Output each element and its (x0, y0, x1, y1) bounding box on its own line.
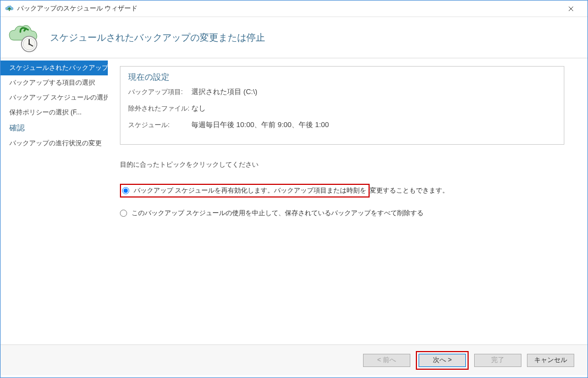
settings-label-items: バックアップ項目: (128, 87, 191, 97)
option-reenable-row: バックアップ スケジュールを再有効化します。バックアップ項目または時刻を 変更す… (120, 184, 575, 198)
highlight-next: 次へ > (416, 351, 469, 370)
content-area: スケジュールされたバックアップを... バックアップする項目の選択 バックアップ… (1, 58, 587, 344)
instruction-text: 目的に合ったトピックをクリックしてください (120, 160, 575, 169)
sidebar-step-select-schedule[interactable]: バックアップ スケジュールの選択 ... (1, 90, 108, 105)
sidebar-step-modify[interactable]: スケジュールされたバックアップを... (1, 61, 108, 75)
settings-title: 現在の設定 (128, 72, 556, 83)
settings-value-items: 選択された項目 (C:\) (191, 87, 257, 97)
wizard-steps-sidebar: スケジュールされたバックアップを... バックアップする項目の選択 バックアップ… (1, 58, 108, 344)
settings-value-excluded: なし (191, 103, 206, 113)
app-icon (5, 4, 14, 13)
sidebar-step-confirm[interactable]: 確認 (1, 120, 108, 136)
option-reenable-label-part1: バックアップ スケジュールを再有効化します。バックアップ項目または時刻を (134, 186, 366, 195)
settings-row-schedule: スケジュール: 毎週毎日午後 10:00、午前 9:00、午後 1:00 (128, 120, 556, 130)
settings-label-schedule: スケジュール: (128, 120, 191, 130)
settings-row-items: バックアップ項目: 選択された項目 (C:\) (128, 87, 556, 97)
settings-value-schedule: 毎週毎日午後 10:00、午前 9:00、午後 1:00 (191, 120, 329, 130)
option-stop-label: このバックアップ スケジュールの使用を中止して、保存されているバックアップをすべ… (131, 209, 424, 218)
prev-button[interactable]: < 前へ (363, 354, 410, 367)
titlebar: バックアップのスケジュール ウィザード (1, 1, 587, 17)
main-panel: 現在の設定 バックアップ項目: 選択された項目 (C:\) 除外されたファイル:… (108, 58, 587, 344)
sidebar-step-select-items[interactable]: バックアップする項目の選択 (1, 75, 108, 90)
option-reenable-label-part2: 変更することもできます。 (370, 186, 449, 195)
header-icon (7, 21, 40, 54)
cancel-button[interactable]: キャンセル (527, 354, 574, 367)
window-title: バックアップのスケジュール ウィザード (17, 4, 558, 13)
wizard-header: スケジュールされたバックアップの変更または停止 (1, 17, 587, 58)
settings-label-excluded: 除外されたファイル: (128, 104, 191, 113)
current-settings-box: 現在の設定 バックアップ項目: 選択された項目 (C:\) 除外されたファイル:… (120, 66, 564, 145)
finish-button[interactable]: 完了 (474, 354, 521, 367)
svg-point-4 (29, 43, 30, 45)
sidebar-step-retention[interactable]: 保持ポリシーの選択 (F... (1, 105, 108, 120)
radio-stop[interactable] (120, 210, 127, 217)
close-button[interactable] (558, 1, 583, 17)
highlight-option1: バックアップ スケジュールを再有効化します。バックアップ項目または時刻を (120, 184, 370, 198)
next-button[interactable]: 次へ > (419, 354, 466, 367)
radio-reenable[interactable] (122, 187, 129, 194)
wizard-footer: < 前へ 次へ > 完了 キャンセル (1, 344, 587, 375)
page-title: スケジュールされたバックアップの変更または停止 (50, 31, 265, 44)
settings-row-excluded: 除外されたファイル: なし (128, 103, 556, 113)
sidebar-step-progress[interactable]: バックアップの進行状況の変更 (1, 136, 108, 151)
option-stop-row: このバックアップ スケジュールの使用を中止して、保存されているバックアップをすべ… (120, 209, 575, 218)
